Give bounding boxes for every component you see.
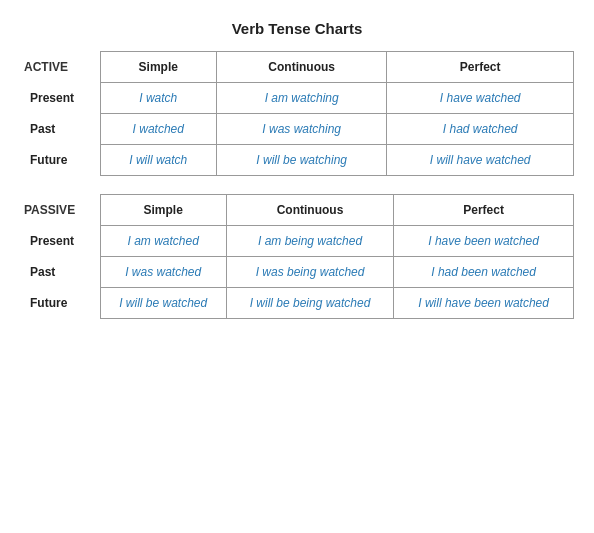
active-past-label: Past xyxy=(20,114,100,145)
passive-past-label: Past xyxy=(20,257,100,288)
active-future-simple: I will watch xyxy=(100,145,217,176)
active-future-row: Future I will watch I will be watching I… xyxy=(20,145,574,176)
passive-past-row: Past I was watched I was being watched I… xyxy=(20,257,574,288)
active-present-continuous: I am watching xyxy=(217,83,387,114)
active-header-continuous: Continuous xyxy=(217,52,387,83)
passive-present-row: Present I am watched I am being watched … xyxy=(20,226,574,257)
passive-present-simple: I am watched xyxy=(100,226,226,257)
active-label: ACTIVE xyxy=(20,52,100,83)
passive-label: PASSIVE xyxy=(20,195,100,226)
passive-section: PASSIVE Simple Continuous Perfect Presen… xyxy=(20,194,574,319)
active-past-row: Past I watched I was watching I had watc… xyxy=(20,114,574,145)
passive-past-continuous: I was being watched xyxy=(226,257,393,288)
active-future-continuous: I will be watching xyxy=(217,145,387,176)
passive-future-continuous: I will be being watched xyxy=(226,288,393,319)
passive-future-label: Future xyxy=(20,288,100,319)
active-past-continuous: I was watching xyxy=(217,114,387,145)
passive-present-perfect: I have been watched xyxy=(394,226,574,257)
active-section: ACTIVE Simple Continuous Perfect Present… xyxy=(20,51,574,176)
active-header-perfect: Perfect xyxy=(387,52,574,83)
active-present-perfect: I have watched xyxy=(387,83,574,114)
passive-future-row: Future I will be watched I will be being… xyxy=(20,288,574,319)
passive-future-simple: I will be watched xyxy=(100,288,226,319)
passive-header-continuous: Continuous xyxy=(226,195,393,226)
active-table: ACTIVE Simple Continuous Perfect Present… xyxy=(20,51,574,176)
active-past-simple: I watched xyxy=(100,114,217,145)
passive-present-continuous: I am being watched xyxy=(226,226,393,257)
active-present-label: Present xyxy=(20,83,100,114)
active-header-simple: Simple xyxy=(100,52,217,83)
active-future-perfect: I will have watched xyxy=(387,145,574,176)
passive-header-simple: Simple xyxy=(100,195,226,226)
passive-header-perfect: Perfect xyxy=(394,195,574,226)
active-present-row: Present I watch I am watching I have wat… xyxy=(20,83,574,114)
passive-past-simple: I was watched xyxy=(100,257,226,288)
passive-table: PASSIVE Simple Continuous Perfect Presen… xyxy=(20,194,574,319)
passive-past-perfect: I had been watched xyxy=(394,257,574,288)
page-title: Verb Tense Charts xyxy=(20,20,574,37)
passive-future-perfect: I will have been watched xyxy=(394,288,574,319)
active-present-simple: I watch xyxy=(100,83,217,114)
active-past-perfect: I had watched xyxy=(387,114,574,145)
active-future-label: Future xyxy=(20,145,100,176)
passive-present-label: Present xyxy=(20,226,100,257)
